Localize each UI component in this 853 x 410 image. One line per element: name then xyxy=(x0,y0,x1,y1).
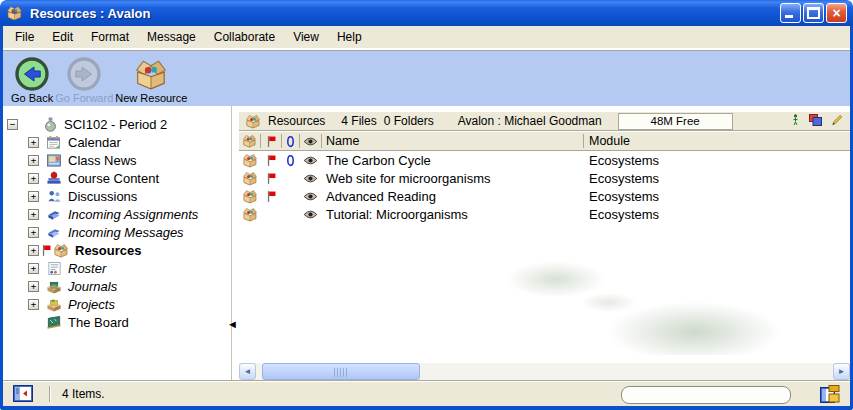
eye-column-icon[interactable] xyxy=(300,137,321,146)
menu-message[interactable]: Message xyxy=(138,27,205,47)
expand-toggle-icon[interactable]: + xyxy=(28,299,39,310)
tree-root-course[interactable]: − SCI102 - Period 2 xyxy=(3,115,231,133)
file-module: Ecosystems xyxy=(584,207,850,222)
sidebar-item-incoming-messages[interactable]: + Incoming Messages xyxy=(3,223,231,241)
sidebar-item-calendar[interactable]: + Calendar xyxy=(3,133,231,151)
go-back-button[interactable]: Go Back xyxy=(11,56,53,104)
resource-box-icon xyxy=(239,189,260,204)
course-flask-icon xyxy=(41,116,59,132)
sidebar-item-label: Course Content xyxy=(68,171,159,186)
file-module: Ecosystems xyxy=(584,189,850,204)
sidebar-item-class-news[interactable]: + Class News xyxy=(3,151,231,169)
sidebar-item-resources[interactable]: + Resources xyxy=(3,241,231,259)
table-row[interactable]: Web site for microorganisms Ecosystems xyxy=(239,169,850,187)
statusbar-separator xyxy=(49,386,50,402)
close-button[interactable]: × xyxy=(826,3,847,23)
resource-box-icon[interactable] xyxy=(239,134,260,148)
menu-format[interactable]: Format xyxy=(82,27,138,47)
account-name: Avalon : Michael Goodman xyxy=(458,114,602,128)
paperclip-column-icon[interactable] xyxy=(282,135,299,148)
table-row[interactable]: Advanced Reading Ecosystems xyxy=(239,187,850,205)
column-header-module[interactable]: Module xyxy=(584,134,850,148)
layout-icon[interactable] xyxy=(820,385,840,403)
free-space-gauge: 48M Free xyxy=(618,113,733,130)
flag-icon xyxy=(261,173,281,184)
menu-view[interactable]: View xyxy=(284,27,328,47)
menu-file[interactable]: File xyxy=(6,27,43,47)
expand-toggle-icon[interactable]: + xyxy=(28,281,39,292)
panel-toggle-icon[interactable] xyxy=(13,385,33,402)
folder-count: 0 Folders xyxy=(384,114,434,128)
table-row[interactable]: The Carbon Cycle Ecosystems xyxy=(239,151,850,169)
expand-toggle-icon[interactable]: + xyxy=(28,245,39,256)
menu-edit[interactable]: Edit xyxy=(43,27,82,47)
file-name[interactable]: The Carbon Cycle xyxy=(322,153,583,168)
titlebar[interactable]: Resources : Avalon × xyxy=(0,0,853,26)
scrollbar-thumb[interactable] xyxy=(262,363,420,380)
folder-title: Resources xyxy=(268,114,325,128)
table-row[interactable]: Tutorial: Microorganisms Ecosystems xyxy=(239,205,850,223)
expand-toggle-icon[interactable]: + xyxy=(28,173,39,184)
expand-toggle-icon[interactable]: + xyxy=(28,137,39,148)
windows-icon[interactable] xyxy=(809,114,822,129)
sidebar-item-incoming-assignments[interactable]: + Incoming Assignments xyxy=(3,205,231,223)
file-list: The Carbon Cycle Ecosystems Web si xyxy=(239,151,850,223)
scroll-left-button[interactable]: ◄ xyxy=(239,363,256,380)
expand-toggle-icon[interactable]: + xyxy=(28,227,39,238)
calendar-icon xyxy=(45,134,63,150)
menu-collaborate[interactable]: Collaborate xyxy=(205,27,284,47)
sidebar-item-label: Projects xyxy=(68,297,115,312)
pencil-icon[interactable] xyxy=(831,114,842,129)
horizontal-scrollbar[interactable]: ◄ ► xyxy=(239,363,850,380)
collapse-toggle-icon[interactable]: − xyxy=(7,119,18,130)
item-count: 4 Items. xyxy=(62,387,105,401)
main-content: − SCI102 - Period 2 + Calendar + Cla xyxy=(3,106,850,380)
resources-panel: Resources 4 Files 0 Folders Avalon : Mic… xyxy=(239,106,850,380)
resource-box-icon xyxy=(239,171,260,186)
sidebar-item-roster[interactable]: + Roster xyxy=(3,259,231,277)
expand-toggle-icon[interactable]: + xyxy=(28,155,39,166)
file-name[interactable]: Tutorial: Microorganisms xyxy=(322,207,583,222)
user-presence-icon[interactable] xyxy=(791,114,800,129)
flag-icon xyxy=(261,191,281,202)
splitter-collapse-arrow[interactable]: ◄ xyxy=(227,319,238,330)
column-header-name[interactable]: Name xyxy=(322,134,583,148)
file-name[interactable]: Web site for microorganisms xyxy=(322,171,583,186)
scroll-right-button[interactable]: ► xyxy=(833,363,850,380)
new-resource-button[interactable]: New Resource xyxy=(115,56,187,104)
expand-toggle-icon[interactable]: + xyxy=(28,191,39,202)
scrollbar-track[interactable] xyxy=(256,363,833,380)
expand-toggle-icon[interactable]: + xyxy=(28,263,39,274)
sidebar-item-label: Calendar xyxy=(68,135,121,150)
file-name[interactable]: Advanced Reading xyxy=(322,189,583,204)
chalkboard-icon xyxy=(45,314,63,330)
menu-help[interactable]: Help xyxy=(328,27,371,47)
window-border-bottom xyxy=(0,406,853,410)
sidebar-item-the-board[interactable]: The Board xyxy=(3,313,231,331)
apple-books-icon xyxy=(45,170,63,186)
sidebar-item-label: Journals xyxy=(68,279,117,294)
file-module: Ecosystems xyxy=(584,171,850,186)
sidebar-item-discussions[interactable]: + Discussions xyxy=(3,187,231,205)
resource-box-icon xyxy=(245,114,261,129)
sidebar-item-journals[interactable]: + Journals xyxy=(3,277,231,295)
minimize-button[interactable] xyxy=(780,3,801,23)
roster-icon xyxy=(45,260,63,276)
expand-toggle-icon[interactable]: + xyxy=(28,209,39,220)
course-tree: − SCI102 - Period 2 + Calendar + Cla xyxy=(3,106,232,380)
new-resource-label: New Resource xyxy=(115,92,187,104)
go-forward-label: Go Forward xyxy=(55,92,113,104)
window-controls: × xyxy=(780,3,847,23)
file-count: 4 Files xyxy=(341,114,376,128)
window-title: Resources : Avalon xyxy=(30,6,780,21)
eye-icon xyxy=(300,210,321,219)
flag-icon xyxy=(42,245,51,256)
sidebar-item-course-content[interactable]: + Course Content xyxy=(3,169,231,187)
eye-icon xyxy=(300,174,321,183)
maximize-button[interactable] xyxy=(803,3,824,23)
sidebar-item-projects[interactable]: + Projects xyxy=(3,295,231,313)
free-space-label: 48M Free xyxy=(650,115,699,127)
flag-column-icon[interactable] xyxy=(261,136,281,147)
resource-box-icon xyxy=(52,242,70,258)
sidebar-item-label: Incoming Assignments xyxy=(68,207,198,222)
